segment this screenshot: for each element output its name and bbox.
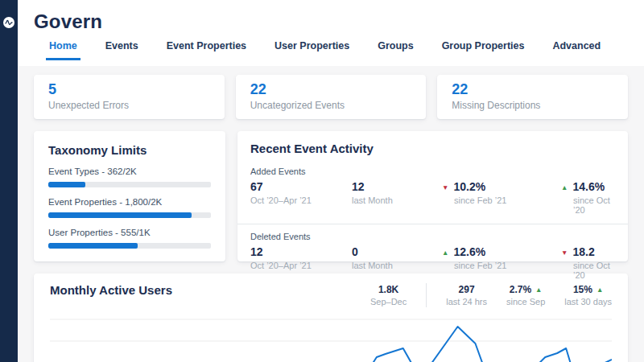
- deleted-events-label: Deleted Events: [250, 232, 615, 241]
- mau-last-24hrs: 297 last 24 hrs: [446, 284, 487, 306]
- card-unexpected-errors[interactable]: 5 Unexpected Errors: [34, 75, 225, 119]
- mau-series-line: [50, 327, 612, 362]
- limit-event-properties: Event Properties - 1,800/2K: [48, 197, 211, 218]
- tab-events[interactable]: Events: [102, 40, 142, 60]
- app-sidebar: [0, 0, 18, 362]
- mau-last-30days: 15%▲ last 30 days: [564, 284, 612, 306]
- missing-descriptions-count: 22: [452, 81, 613, 98]
- stats-divider: [426, 283, 427, 307]
- deleted-total-value: 12: [250, 245, 352, 258]
- page-title: Govern: [34, 10, 628, 33]
- tab-bar: Home Events Event Properties User Proper…: [34, 40, 628, 60]
- deleted-since-feb-value: ▲12.6%: [442, 245, 561, 258]
- uncategorized-events-count: 22: [250, 81, 412, 98]
- trend-up-icon: ▲: [561, 183, 568, 191]
- tab-groups[interactable]: Groups: [374, 40, 416, 60]
- unexpected-errors-count: 5: [48, 81, 210, 98]
- monthly-active-users-card: Monthly Active Users 1.8K Sep–Dec 297 la…: [34, 274, 628, 362]
- unexpected-errors-label: Unexpected Errors: [48, 100, 210, 111]
- mau-line-chart[interactable]: [50, 316, 612, 362]
- mau-total: 1.8K Sep–Dec: [370, 284, 407, 306]
- added-last-month-value: 12: [352, 180, 442, 193]
- limit-event-properties-bar: [48, 212, 211, 218]
- limit-event-types-bar-fill: [48, 182, 85, 187]
- deleted-last-month-value: 0: [352, 245, 442, 258]
- added-events-stats: 67 Oct ’20–Apr ’21 12 last Month ▼10.2% …: [250, 180, 615, 215]
- mau-last-24hrs-caption: last 24 hrs: [446, 297, 487, 306]
- tab-user-properties[interactable]: User Properties: [271, 40, 353, 60]
- added-since-feb-value: ▼10.2%: [442, 180, 561, 193]
- added-events-label: Added Events: [250, 167, 615, 176]
- mau-title: Monthly Active Users: [50, 283, 172, 297]
- added-since-feb: ▼10.2% since Feb ’21: [442, 180, 561, 215]
- deleted-since-feb: ▲12.6% since Feb ’21: [442, 245, 561, 280]
- tab-advanced[interactable]: Advanced: [549, 40, 604, 60]
- added-since-feb-caption: since Feb ’21: [454, 195, 561, 205]
- trend-up-icon: ▲: [442, 249, 448, 257]
- added-last-month-caption: last Month: [352, 195, 442, 205]
- deleted-since-feb-caption: since Feb ’21: [454, 261, 561, 270]
- summary-cards-row: 5 Unexpected Errors 22 Uncategorized Eve…: [34, 75, 628, 119]
- govern-dashboard: Govern Home Events Event Properties User…: [0, 0, 644, 362]
- page-header: Govern Home Events Event Properties User…: [18, 0, 644, 66]
- deleted-since-oct: ▼18.2 since Oct ’20: [561, 245, 615, 280]
- middle-row: Taxonomy Limits Event Types - 362/2K Eve…: [34, 131, 628, 261]
- card-missing-descriptions[interactable]: 22 Missing Descriptions: [437, 75, 628, 119]
- tab-home[interactable]: Home: [46, 40, 80, 60]
- deleted-since-oct-value: ▼18.2: [561, 245, 615, 258]
- section-divider: [237, 224, 628, 224]
- tab-group-properties[interactable]: Group Properties: [439, 40, 528, 60]
- limit-user-properties: User Properties - 555/1K: [48, 228, 211, 249]
- taxonomy-limits-title: Taxonomy Limits: [48, 143, 211, 157]
- limit-event-properties-label: Event Properties - 1,800/2K: [48, 197, 211, 207]
- chart-gridlines: [50, 319, 612, 362]
- taxonomy-limits-card: Taxonomy Limits Event Types - 362/2K Eve…: [34, 131, 225, 261]
- mau-last-30days-caption: last 30 days: [564, 297, 612, 306]
- mau-since-sep: 2.7%▲ since Sep: [506, 284, 545, 306]
- deleted-total-caption: Oct ’20–Apr ’21: [250, 261, 352, 270]
- limit-event-types-label: Event Types - 362/2K: [48, 167, 211, 176]
- limit-event-types-bar: [48, 182, 211, 187]
- deleted-last-month: 0 last Month: [352, 245, 442, 280]
- added-since-oct: ▲14.6% since Oct ’20: [561, 180, 615, 215]
- deleted-total: 12 Oct ’20–Apr ’21: [250, 245, 352, 280]
- added-total-caption: Oct ’20–Apr ’21: [250, 195, 352, 205]
- mau-since-sep-value: 2.7%▲: [506, 284, 545, 295]
- card-uncategorized-events[interactable]: 22 Uncategorized Events: [236, 75, 427, 119]
- limit-user-properties-label: User Properties - 555/1K: [48, 228, 211, 237]
- trend-up-icon: ▲: [597, 286, 603, 294]
- trend-up-icon: ▲: [535, 286, 542, 294]
- trend-down-icon: ▼: [561, 249, 568, 257]
- added-since-oct-caption: since Oct ’20: [573, 195, 615, 215]
- limit-event-properties-bar-fill: [48, 212, 192, 218]
- amplitude-wave-glyph: [5, 19, 13, 27]
- amplitude-logo-icon[interactable]: [3, 17, 14, 28]
- uncategorized-events-label: Uncategorized Events: [250, 100, 412, 111]
- recent-event-activity-title: Recent Event Activity: [250, 142, 615, 155]
- recent-event-activity-card: Recent Event Activity Added Events 67 Oc…: [237, 131, 628, 261]
- tab-event-properties[interactable]: Event Properties: [163, 40, 250, 60]
- deleted-last-month-caption: last Month: [352, 261, 442, 270]
- missing-descriptions-label: Missing Descriptions: [452, 100, 613, 111]
- added-total: 67 Oct ’20–Apr ’21: [250, 180, 352, 215]
- mau-last-24hrs-value: 297: [446, 284, 487, 295]
- added-since-oct-value: ▲14.6%: [561, 180, 615, 193]
- limit-user-properties-bar: [48, 243, 211, 249]
- mau-total-caption: Sep–Dec: [370, 297, 407, 306]
- deleted-since-oct-caption: since Oct ’20: [573, 261, 615, 280]
- trend-down-icon: ▼: [442, 183, 448, 191]
- mau-header: Monthly Active Users 1.8K Sep–Dec 297 la…: [50, 283, 612, 307]
- limit-event-types: Event Types - 362/2K: [48, 167, 211, 187]
- added-total-value: 67: [250, 180, 352, 193]
- deleted-events-stats: 12 Oct ’20–Apr ’21 0 last Month ▲12.6% s…: [250, 245, 615, 280]
- dashboard-content: 5 Unexpected Errors 22 Uncategorized Eve…: [18, 66, 644, 362]
- mau-since-sep-caption: since Sep: [506, 297, 545, 306]
- mau-chart-svg: [50, 316, 612, 362]
- limit-user-properties-bar-fill: [48, 243, 138, 249]
- mau-stats: 1.8K Sep–Dec 297 last 24 hrs 2.7%▲ since…: [370, 283, 612, 307]
- added-last-month: 12 last Month: [352, 180, 442, 215]
- mau-last-30days-value: 15%▲: [564, 284, 612, 295]
- mau-total-value: 1.8K: [370, 284, 407, 295]
